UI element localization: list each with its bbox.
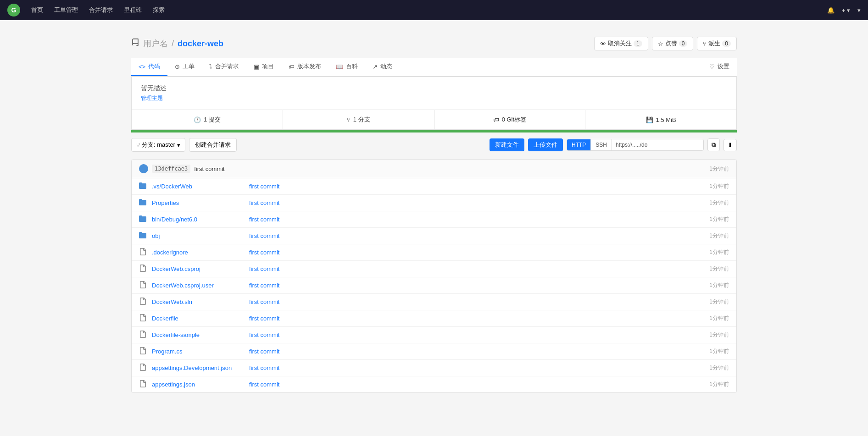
create-pr-button[interactable]: 创建合并请求 xyxy=(189,138,237,152)
file-icon xyxy=(139,331,146,339)
file-row: obj first commit 1分钟前 xyxy=(132,228,736,244)
file-name[interactable]: DockerWeb.csproj.user xyxy=(152,282,244,289)
commit-header: 13deffcae3 first commit 1分钟前 xyxy=(132,160,736,178)
http-button[interactable]: HTTP xyxy=(567,139,590,150)
fork-button[interactable]: ⑂ 派生 0 xyxy=(697,37,737,50)
tab-project[interactable]: ▣ 项目 xyxy=(246,58,281,76)
star-icon: ☆ xyxy=(658,40,663,47)
tag-icon: 🏷 xyxy=(289,63,295,70)
branch-selector[interactable]: ⑂ 分支: master ▾ xyxy=(131,138,185,152)
repo-name[interactable]: docker-web xyxy=(178,39,223,49)
file-name[interactable]: appsettings.Development.json xyxy=(152,364,244,371)
add-button[interactable]: + ▾ xyxy=(842,7,850,14)
file-commit-message[interactable]: first commit xyxy=(249,216,696,223)
merge-icon: ⤵ xyxy=(209,63,212,70)
file-commit-message[interactable]: first commit xyxy=(249,315,696,322)
commits-stat[interactable]: 🕐 1 提交 xyxy=(132,110,283,129)
star-button[interactable]: ☆ 点赞 0 xyxy=(652,37,694,50)
logo-icon[interactable]: G xyxy=(7,4,20,17)
branches-stat[interactable]: ⑂ 1 分支 xyxy=(283,110,434,129)
file-commit-message[interactable]: first commit xyxy=(249,364,696,371)
file-commit-message[interactable]: first commit xyxy=(249,199,696,206)
file-commit-message[interactable]: first commit xyxy=(249,232,696,239)
file-commit-message[interactable]: first commit xyxy=(249,381,696,388)
repo-description: 暂无描述 xyxy=(141,84,727,93)
folder-icon xyxy=(139,199,146,207)
file-time: 1分钟前 xyxy=(701,315,729,322)
nav-mergerequests[interactable]: 合并请求 xyxy=(89,6,113,14)
file-icon xyxy=(139,281,146,290)
file-commit-message[interactable]: first commit xyxy=(249,298,696,305)
tab-settings[interactable]: ♡ 设置 xyxy=(702,58,737,76)
file-name[interactable]: Dockerfile-sample xyxy=(152,331,244,338)
file-row: appsettings.json first commit 1分钟前 xyxy=(132,376,736,392)
copy-url-button[interactable]: ⧉ xyxy=(707,138,720,151)
folder-icon xyxy=(139,182,146,191)
file-row: appsettings.Development.json first commi… xyxy=(132,360,736,376)
file-commit-message[interactable]: first commit xyxy=(249,183,696,190)
download-icon: ⬇ xyxy=(728,142,733,149)
file-row: .vs/DockerWeb first commit 1分钟前 xyxy=(132,178,736,195)
file-time: 1分钟前 xyxy=(701,381,729,388)
commit-hash[interactable]: 13deffcae3 xyxy=(152,165,190,173)
commit-message: first commit xyxy=(194,166,224,172)
activity-icon: ↗ xyxy=(373,63,378,70)
tags-stat[interactable]: 🏷 0 Git标签 xyxy=(434,110,586,129)
tab-activity[interactable]: ↗ 动态 xyxy=(365,58,400,76)
file-name[interactable]: obj xyxy=(152,232,244,239)
download-button[interactable]: ⬇ xyxy=(723,139,737,151)
file-name[interactable]: .vs/DockerWeb xyxy=(152,183,244,190)
nav-milestone[interactable]: 里程碑 xyxy=(124,6,142,14)
unfollow-button[interactable]: 👁 取消关注 1 xyxy=(594,37,648,50)
ssh-button[interactable]: SSH xyxy=(590,139,612,150)
nav-explore[interactable]: 探索 xyxy=(153,6,165,14)
branch-left: ⑂ 分支: master ▾ 创建合并请求 xyxy=(131,138,237,152)
size-stat[interactable]: 💾 1.5 MiB xyxy=(585,110,736,129)
clone-url-group: HTTP SSH https://...../do xyxy=(567,139,704,151)
file-row: Program.cs first commit 1分钟前 xyxy=(132,343,736,360)
repo-slash: / xyxy=(172,39,174,49)
file-row: DockerWeb.sln first commit 1分钟前 xyxy=(132,294,736,310)
branches-label: 1 分支 xyxy=(353,116,370,124)
file-name[interactable]: appsettings.json xyxy=(152,381,244,388)
file-name[interactable]: Dockerfile xyxy=(152,315,244,322)
new-file-button[interactable]: 新建文件 xyxy=(490,138,524,151)
tab-releases[interactable]: 🏷 版本发布 xyxy=(281,58,328,76)
unfollow-count: 1 xyxy=(634,40,642,47)
file-name[interactable]: Program.cs xyxy=(152,348,244,355)
file-name[interactable]: bin/Debug/net6.0 xyxy=(152,216,244,223)
user-dropdown[interactable]: ▾ xyxy=(857,7,861,14)
upload-file-button[interactable]: 上传文件 xyxy=(528,138,563,151)
disk-icon: 💾 xyxy=(646,116,653,123)
tab-workorder[interactable]: ⊙ 工单 xyxy=(167,58,202,76)
file-commit-message[interactable]: first commit xyxy=(249,282,696,289)
file-row: .dockerignore first commit 1分钟前 xyxy=(132,244,736,261)
tab-wiki[interactable]: 📖 百科 xyxy=(328,58,365,76)
clone-url-field[interactable]: https://...../do xyxy=(612,139,703,150)
file-table: 13deffcae3 first commit 1分钟前 .vs/DockerW… xyxy=(131,159,737,393)
file-name[interactable]: DockerWeb.csproj xyxy=(152,265,244,272)
file-commit-message[interactable]: first commit xyxy=(249,331,696,338)
nav-home[interactable]: 首页 xyxy=(31,6,43,14)
file-commit-message[interactable]: first commit xyxy=(249,265,696,272)
file-row: Dockerfile first commit 1分钟前 xyxy=(132,310,736,327)
file-time: 1分钟前 xyxy=(701,281,729,289)
tags-icon: 🏷 xyxy=(493,116,499,123)
tab-mergerequest[interactable]: ⤵ 合并请求 xyxy=(202,58,246,76)
repo-owner[interactable]: 用户名 xyxy=(143,38,168,49)
folder-icon xyxy=(139,215,146,224)
notification-bell[interactable]: 🔔 xyxy=(827,7,835,14)
repo-actions: 👁 取消关注 1 ☆ 点赞 0 ⑂ 派生 0 xyxy=(594,37,737,50)
file-icon xyxy=(139,248,146,257)
file-commit-message[interactable]: first commit xyxy=(249,348,696,355)
project-icon: ▣ xyxy=(254,63,259,70)
nav-workorder[interactable]: 工单管理 xyxy=(54,6,78,14)
file-name[interactable]: .dockerignore xyxy=(152,249,244,256)
tab-code[interactable]: <> 代码 xyxy=(131,58,167,76)
file-icon xyxy=(139,298,146,306)
file-name[interactable]: DockerWeb.sln xyxy=(152,298,244,305)
commits-label: 1 提交 xyxy=(204,116,221,124)
file-commit-message[interactable]: first commit xyxy=(249,249,696,256)
file-name[interactable]: Properties xyxy=(152,199,244,206)
repo-topic[interactable]: 管理主题 xyxy=(141,94,727,102)
